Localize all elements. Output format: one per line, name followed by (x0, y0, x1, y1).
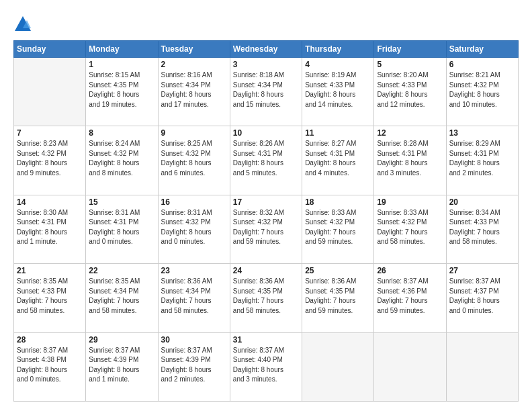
calendar-cell: 4Sunrise: 8:19 AM Sunset: 4:33 PM Daylig… (302, 58, 374, 126)
calendar-cell: 3Sunrise: 8:18 AM Sunset: 4:34 PM Daylig… (230, 58, 302, 126)
calendar-cell: 20Sunrise: 8:34 AM Sunset: 4:33 PM Dayli… (446, 195, 518, 263)
cell-content: Sunrise: 8:19 AM Sunset: 4:33 PM Dayligh… (305, 71, 371, 109)
calendar-cell: 7Sunrise: 8:23 AM Sunset: 4:32 PM Daylig… (14, 126, 86, 195)
calendar-cell: 22Sunrise: 8:35 AM Sunset: 4:34 PM Dayli… (86, 264, 158, 332)
calendar-day-header: Sunday (14, 41, 86, 58)
day-number: 31 (233, 335, 299, 345)
calendar-cell: 24Sunrise: 8:36 AM Sunset: 4:35 PM Dayli… (230, 264, 302, 332)
calendar-cell: 2Sunrise: 8:16 AM Sunset: 4:34 PM Daylig… (158, 58, 230, 126)
day-number: 30 (161, 335, 227, 345)
cell-content: Sunrise: 8:37 AM Sunset: 4:40 PM Dayligh… (233, 346, 299, 385)
calendar-cell (446, 332, 518, 401)
day-number: 12 (377, 128, 443, 138)
day-number: 4 (305, 60, 371, 69)
calendar-cell: 26Sunrise: 8:37 AM Sunset: 4:36 PM Dayli… (374, 264, 446, 332)
calendar-cell: 17Sunrise: 8:32 AM Sunset: 4:32 PM Dayli… (230, 195, 302, 263)
calendar-day-header: Wednesday (230, 41, 302, 58)
cell-content: Sunrise: 8:36 AM Sunset: 4:35 PM Dayligh… (233, 277, 299, 316)
calendar-day-header: Thursday (302, 41, 374, 58)
calendar-cell: 8Sunrise: 8:24 AM Sunset: 4:32 PM Daylig… (86, 126, 158, 195)
day-number: 8 (89, 128, 154, 138)
cell-content: Sunrise: 8:29 AM Sunset: 4:31 PM Dayligh… (449, 139, 515, 178)
cell-content: Sunrise: 8:21 AM Sunset: 4:32 PM Dayligh… (449, 71, 515, 109)
header (13, 12, 519, 34)
calendar-cell: 25Sunrise: 8:36 AM Sunset: 4:35 PM Dayli… (302, 264, 374, 332)
day-number: 27 (449, 266, 515, 275)
day-number: 24 (233, 266, 299, 275)
cell-content: Sunrise: 8:35 AM Sunset: 4:34 PM Dayligh… (89, 277, 154, 316)
day-number: 29 (89, 335, 154, 345)
calendar-cell: 27Sunrise: 8:37 AM Sunset: 4:37 PM Dayli… (446, 264, 518, 332)
calendar-cell (14, 58, 86, 126)
calendar-cell: 19Sunrise: 8:33 AM Sunset: 4:32 PM Dayli… (374, 195, 446, 263)
cell-content: Sunrise: 8:31 AM Sunset: 4:32 PM Dayligh… (161, 208, 227, 247)
calendar-week-row: 14Sunrise: 8:30 AM Sunset: 4:31 PM Dayli… (14, 195, 519, 263)
calendar-day-header: Monday (86, 41, 158, 58)
day-number: 15 (89, 197, 154, 207)
calendar-cell: 9Sunrise: 8:25 AM Sunset: 4:32 PM Daylig… (158, 126, 230, 195)
day-number: 10 (233, 128, 299, 138)
calendar-cell: 30Sunrise: 8:37 AM Sunset: 4:39 PM Dayli… (158, 332, 230, 401)
calendar-cell: 12Sunrise: 8:28 AM Sunset: 4:31 PM Dayli… (374, 126, 446, 195)
day-number: 28 (17, 335, 83, 345)
cell-content: Sunrise: 8:25 AM Sunset: 4:32 PM Dayligh… (161, 139, 227, 178)
day-number: 16 (161, 197, 227, 207)
day-number: 25 (305, 266, 371, 275)
calendar-cell: 1Sunrise: 8:15 AM Sunset: 4:35 PM Daylig… (86, 58, 158, 126)
day-number: 11 (305, 128, 371, 138)
day-number: 21 (17, 266, 83, 275)
calendar-cell: 15Sunrise: 8:31 AM Sunset: 4:31 PM Dayli… (86, 195, 158, 263)
day-number: 6 (449, 60, 515, 69)
cell-content: Sunrise: 8:18 AM Sunset: 4:34 PM Dayligh… (233, 71, 299, 109)
cell-content: Sunrise: 8:28 AM Sunset: 4:31 PM Dayligh… (377, 139, 443, 178)
cell-content: Sunrise: 8:26 AM Sunset: 4:31 PM Dayligh… (233, 139, 299, 178)
calendar-cell: 23Sunrise: 8:36 AM Sunset: 4:34 PM Dayli… (158, 264, 230, 332)
cell-content: Sunrise: 8:20 AM Sunset: 4:33 PM Dayligh… (377, 71, 443, 109)
cell-content: Sunrise: 8:37 AM Sunset: 4:36 PM Dayligh… (377, 277, 443, 316)
calendar-cell: 6Sunrise: 8:21 AM Sunset: 4:32 PM Daylig… (446, 58, 518, 126)
logo (13, 15, 35, 34)
calendar-cell: 18Sunrise: 8:33 AM Sunset: 4:32 PM Dayli… (302, 195, 374, 263)
day-number: 7 (17, 128, 83, 138)
calendar-cell: 11Sunrise: 8:27 AM Sunset: 4:31 PM Dayli… (302, 126, 374, 195)
calendar-cell: 28Sunrise: 8:37 AM Sunset: 4:38 PM Dayli… (14, 332, 86, 401)
calendar-cell: 16Sunrise: 8:31 AM Sunset: 4:32 PM Dayli… (158, 195, 230, 263)
cell-content: Sunrise: 8:27 AM Sunset: 4:31 PM Dayligh… (305, 139, 371, 178)
cell-content: Sunrise: 8:24 AM Sunset: 4:32 PM Dayligh… (89, 139, 154, 178)
day-number: 19 (377, 197, 443, 207)
cell-content: Sunrise: 8:36 AM Sunset: 4:34 PM Dayligh… (161, 277, 227, 316)
day-number: 13 (449, 128, 515, 138)
calendar-cell: 10Sunrise: 8:26 AM Sunset: 4:31 PM Dayli… (230, 126, 302, 195)
day-number: 2 (161, 60, 227, 69)
day-number: 23 (161, 266, 227, 275)
day-number: 14 (17, 197, 83, 207)
calendar-cell: 14Sunrise: 8:30 AM Sunset: 4:31 PM Dayli… (14, 195, 86, 263)
cell-content: Sunrise: 8:36 AM Sunset: 4:35 PM Dayligh… (305, 277, 371, 316)
cell-content: Sunrise: 8:34 AM Sunset: 4:33 PM Dayligh… (449, 208, 515, 247)
cell-content: Sunrise: 8:35 AM Sunset: 4:33 PM Dayligh… (17, 277, 83, 316)
day-number: 18 (305, 197, 371, 207)
day-number: 20 (449, 197, 515, 207)
calendar-table: SundayMondayTuesdayWednesdayThursdayFrid… (13, 40, 519, 402)
calendar-cell: 5Sunrise: 8:20 AM Sunset: 4:33 PM Daylig… (374, 58, 446, 126)
day-number: 3 (233, 60, 299, 69)
calendar-header-row: SundayMondayTuesdayWednesdayThursdayFrid… (14, 41, 519, 58)
calendar-week-row: 1Sunrise: 8:15 AM Sunset: 4:35 PM Daylig… (14, 58, 519, 126)
calendar-day-header: Tuesday (158, 41, 230, 58)
cell-content: Sunrise: 8:37 AM Sunset: 4:37 PM Dayligh… (449, 277, 515, 316)
day-number: 9 (161, 128, 227, 138)
calendar-week-row: 21Sunrise: 8:35 AM Sunset: 4:33 PM Dayli… (14, 264, 519, 332)
calendar-body: 1Sunrise: 8:15 AM Sunset: 4:35 PM Daylig… (14, 58, 519, 402)
cell-content: Sunrise: 8:15 AM Sunset: 4:35 PM Dayligh… (89, 71, 154, 109)
day-number: 5 (377, 60, 443, 69)
day-number: 22 (89, 266, 154, 275)
day-number: 1 (89, 60, 154, 69)
cell-content: Sunrise: 8:32 AM Sunset: 4:32 PM Dayligh… (233, 208, 299, 247)
day-number: 26 (377, 266, 443, 275)
calendar-cell: 29Sunrise: 8:37 AM Sunset: 4:39 PM Dayli… (86, 332, 158, 401)
calendar-cell: 13Sunrise: 8:29 AM Sunset: 4:31 PM Dayli… (446, 126, 518, 195)
cell-content: Sunrise: 8:23 AM Sunset: 4:32 PM Dayligh… (17, 139, 83, 178)
cell-content: Sunrise: 8:37 AM Sunset: 4:39 PM Dayligh… (161, 346, 227, 385)
cell-content: Sunrise: 8:31 AM Sunset: 4:31 PM Dayligh… (89, 208, 154, 247)
cell-content: Sunrise: 8:37 AM Sunset: 4:39 PM Dayligh… (89, 346, 154, 385)
